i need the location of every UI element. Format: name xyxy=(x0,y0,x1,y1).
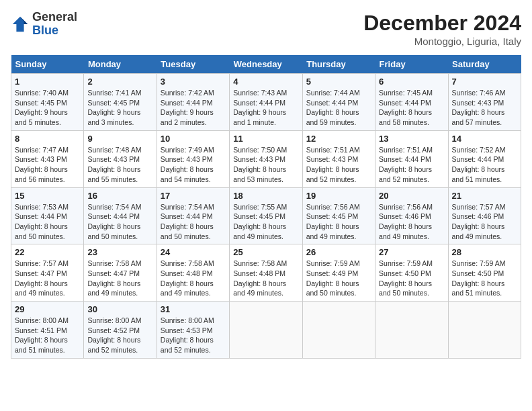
calendar-cell: 18Sunrise: 7:55 AMSunset: 4:45 PMDayligh… xyxy=(230,187,302,244)
day-number: 24 xyxy=(161,247,226,257)
day-info: Sunrise: 7:59 AMSunset: 4:49 PMDaylight:… xyxy=(306,259,371,298)
calendar-cell: 5Sunrise: 7:44 AMSunset: 4:44 PMDaylight… xyxy=(302,74,375,131)
calendar-cell xyxy=(375,302,448,359)
day-info: Sunrise: 7:54 AMSunset: 4:44 PMDaylight:… xyxy=(161,202,226,242)
calendar-week-2: 8Sunrise: 7:47 AMSunset: 4:43 PMDaylight… xyxy=(11,130,521,187)
day-info: Sunrise: 7:57 AMSunset: 4:47 PMDaylight:… xyxy=(15,259,80,298)
day-number: 4 xyxy=(233,77,298,87)
calendar-cell: 25Sunrise: 7:58 AMSunset: 4:48 PMDayligh… xyxy=(230,244,302,302)
day-info: Sunrise: 7:47 AMSunset: 4:43 PMDaylight:… xyxy=(15,145,80,185)
day-info: Sunrise: 7:40 AMSunset: 4:45 PMDaylight:… xyxy=(15,88,80,128)
calendar-week-4: 22Sunrise: 7:57 AMSunset: 4:47 PMDayligh… xyxy=(11,244,521,302)
day-number: 2 xyxy=(87,77,152,87)
calendar-cell: 6Sunrise: 7:45 AMSunset: 4:44 PMDaylight… xyxy=(375,74,448,131)
logo-general-text: General xyxy=(32,10,77,24)
day-info: Sunrise: 7:56 AMSunset: 4:45 PMDaylight:… xyxy=(306,202,371,242)
day-number: 5 xyxy=(306,77,371,87)
title-block: December 2024 Montoggio, Liguria, Italy xyxy=(363,11,521,47)
day-number: 11 xyxy=(233,134,298,144)
calendar-cell: 31Sunrise: 8:00 AMSunset: 4:53 PMDayligh… xyxy=(157,302,229,359)
header-monday: Monday xyxy=(84,55,157,74)
calendar-cell: 29Sunrise: 8:00 AMSunset: 4:51 PMDayligh… xyxy=(11,302,84,359)
day-number: 19 xyxy=(306,191,371,201)
day-info: Sunrise: 7:59 AMSunset: 4:50 PMDaylight:… xyxy=(452,259,517,298)
day-info: Sunrise: 7:58 AMSunset: 4:48 PMDaylight:… xyxy=(233,259,298,298)
day-number: 6 xyxy=(379,77,444,87)
calendar-cell xyxy=(302,302,375,359)
logo: General Blue xyxy=(11,11,77,38)
month-title: December 2024 xyxy=(363,11,521,36)
calendar-cell xyxy=(230,302,302,359)
header-sunday: Sunday xyxy=(11,55,84,74)
header-friday: Friday xyxy=(375,55,448,74)
calendar-week-1: 1Sunrise: 7:40 AMSunset: 4:45 PMDaylight… xyxy=(11,74,521,131)
logo-icon xyxy=(11,15,30,34)
day-info: Sunrise: 7:44 AMSunset: 4:44 PMDaylight:… xyxy=(306,88,371,128)
logo-blue-text: Blue xyxy=(32,24,58,37)
day-info: Sunrise: 7:58 AMSunset: 4:48 PMDaylight:… xyxy=(161,259,226,298)
day-number: 3 xyxy=(161,77,226,87)
day-number: 26 xyxy=(306,247,371,257)
day-number: 14 xyxy=(452,134,517,144)
calendar-cell: 3Sunrise: 7:42 AMSunset: 4:44 PMDaylight… xyxy=(157,74,229,131)
day-number: 22 xyxy=(15,247,80,257)
day-info: Sunrise: 7:57 AMSunset: 4:46 PMDaylight:… xyxy=(452,202,517,242)
logo-text: General Blue xyxy=(32,11,77,38)
day-info: Sunrise: 7:51 AMSunset: 4:43 PMDaylight:… xyxy=(306,145,371,185)
day-number: 7 xyxy=(452,77,517,87)
calendar-cell: 7Sunrise: 7:46 AMSunset: 4:43 PMDaylight… xyxy=(448,74,521,131)
calendar-cell: 27Sunrise: 7:59 AMSunset: 4:50 PMDayligh… xyxy=(375,244,448,302)
calendar-cell: 19Sunrise: 7:56 AMSunset: 4:45 PMDayligh… xyxy=(302,187,375,244)
day-info: Sunrise: 7:56 AMSunset: 4:46 PMDaylight:… xyxy=(379,202,444,242)
calendar-cell: 22Sunrise: 7:57 AMSunset: 4:47 PMDayligh… xyxy=(11,244,84,302)
day-info: Sunrise: 7:43 AMSunset: 4:44 PMDaylight:… xyxy=(233,88,298,128)
day-info: Sunrise: 8:00 AMSunset: 4:53 PMDaylight:… xyxy=(161,316,226,355)
calendar-cell: 21Sunrise: 7:57 AMSunset: 4:46 PMDayligh… xyxy=(448,187,521,244)
day-info: Sunrise: 7:50 AMSunset: 4:43 PMDaylight:… xyxy=(233,145,298,185)
header-wednesday: Wednesday xyxy=(230,55,302,74)
day-number: 23 xyxy=(87,247,152,257)
day-info: Sunrise: 7:41 AMSunset: 4:45 PMDaylight:… xyxy=(87,88,152,128)
calendar-cell: 13Sunrise: 7:51 AMSunset: 4:44 PMDayligh… xyxy=(375,130,448,187)
day-number: 29 xyxy=(15,304,80,314)
day-number: 30 xyxy=(87,304,152,314)
header-thursday: Thursday xyxy=(302,55,375,74)
day-info: Sunrise: 7:54 AMSunset: 4:44 PMDaylight:… xyxy=(87,202,152,242)
day-number: 16 xyxy=(87,191,152,201)
calendar-week-5: 29Sunrise: 8:00 AMSunset: 4:51 PMDayligh… xyxy=(11,302,521,359)
calendar-week-3: 15Sunrise: 7:53 AMSunset: 4:44 PMDayligh… xyxy=(11,187,521,244)
day-number: 18 xyxy=(233,191,298,201)
day-number: 21 xyxy=(452,191,517,201)
calendar-cell: 2Sunrise: 7:41 AMSunset: 4:45 PMDaylight… xyxy=(84,74,157,131)
calendar-cell: 15Sunrise: 7:53 AMSunset: 4:44 PMDayligh… xyxy=(11,187,84,244)
day-number: 15 xyxy=(15,191,80,201)
day-info: Sunrise: 7:59 AMSunset: 4:50 PMDaylight:… xyxy=(379,259,444,298)
day-info: Sunrise: 7:45 AMSunset: 4:44 PMDaylight:… xyxy=(379,88,444,128)
day-info: Sunrise: 7:49 AMSunset: 4:43 PMDaylight:… xyxy=(161,145,226,185)
calendar-cell: 20Sunrise: 7:56 AMSunset: 4:46 PMDayligh… xyxy=(375,187,448,244)
day-info: Sunrise: 7:42 AMSunset: 4:44 PMDaylight:… xyxy=(161,88,226,128)
calendar-cell xyxy=(448,302,521,359)
day-info: Sunrise: 7:58 AMSunset: 4:47 PMDaylight:… xyxy=(87,259,152,298)
calendar-cell: 8Sunrise: 7:47 AMSunset: 4:43 PMDaylight… xyxy=(11,130,84,187)
day-number: 1 xyxy=(15,77,80,87)
day-number: 9 xyxy=(87,134,152,144)
calendar-cell: 30Sunrise: 8:00 AMSunset: 4:52 PMDayligh… xyxy=(84,302,157,359)
day-number: 17 xyxy=(161,191,226,201)
day-number: 8 xyxy=(15,134,80,144)
calendar-cell: 10Sunrise: 7:49 AMSunset: 4:43 PMDayligh… xyxy=(157,130,229,187)
calendar-cell: 9Sunrise: 7:48 AMSunset: 4:43 PMDaylight… xyxy=(84,130,157,187)
calendar-cell: 11Sunrise: 7:50 AMSunset: 4:43 PMDayligh… xyxy=(230,130,302,187)
calendar-cell: 1Sunrise: 7:40 AMSunset: 4:45 PMDaylight… xyxy=(11,74,84,131)
day-number: 25 xyxy=(233,247,298,257)
day-number: 13 xyxy=(379,134,444,144)
calendar-cell: 17Sunrise: 7:54 AMSunset: 4:44 PMDayligh… xyxy=(157,187,229,244)
day-number: 12 xyxy=(306,134,371,144)
day-number: 31 xyxy=(161,304,226,314)
calendar-cell: 16Sunrise: 7:54 AMSunset: 4:44 PMDayligh… xyxy=(84,187,157,244)
calendar-cell: 23Sunrise: 7:58 AMSunset: 4:47 PMDayligh… xyxy=(84,244,157,302)
calendar-cell: 14Sunrise: 7:52 AMSunset: 4:44 PMDayligh… xyxy=(448,130,521,187)
calendar-table: SundayMondayTuesdayWednesdayThursdayFrid… xyxy=(11,55,521,359)
day-info: Sunrise: 8:00 AMSunset: 4:52 PMDaylight:… xyxy=(87,316,152,355)
calendar-header-row: SundayMondayTuesdayWednesdayThursdayFrid… xyxy=(11,55,521,74)
